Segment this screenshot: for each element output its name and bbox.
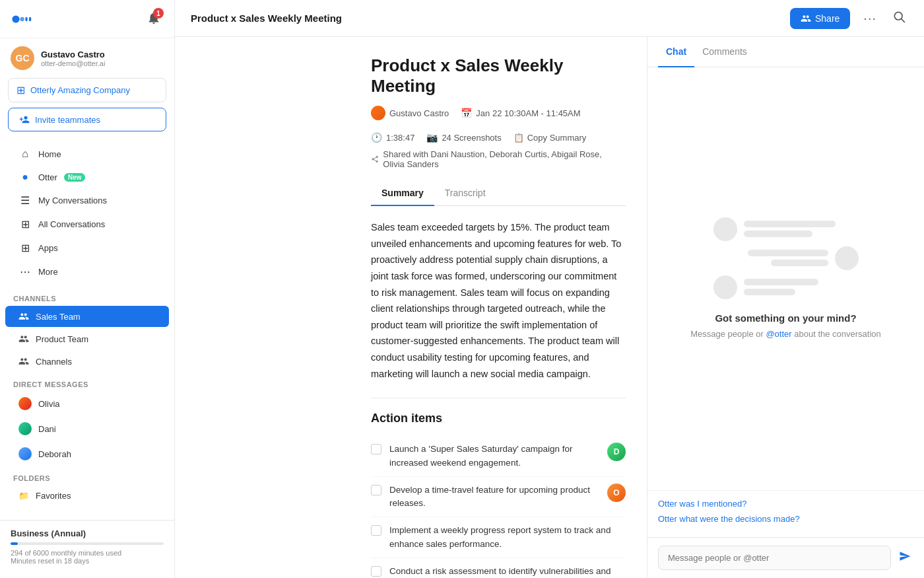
action-text-2: Develop a time-travel feature for upcomi… — [389, 484, 599, 511]
folder-label: Favorites — [36, 491, 71, 501]
ghost-avatar-1 — [713, 217, 737, 241]
sidebar-item-my-conversations[interactable]: ☰ My Conversations — [5, 189, 169, 212]
progress-bar — [11, 542, 164, 545]
tab-transcript[interactable]: Transcript — [434, 181, 496, 206]
sidebar-item-sales-team[interactable]: Sales Team — [5, 306, 169, 327]
channels-icon — [18, 356, 29, 367]
sidebar-item-label: Channels — [36, 357, 72, 367]
suggestion-1[interactable]: Otter was I mentioned? — [658, 499, 913, 509]
copy-icon: 📋 — [513, 133, 524, 143]
dm-label-deborah: Deborah — [38, 449, 71, 459]
action-checkbox-3[interactable] — [371, 525, 381, 536]
home-icon: ⌂ — [18, 148, 32, 160]
nav-label-more: More — [38, 267, 58, 277]
action-checkbox-2[interactable] — [371, 485, 381, 495]
svg-point-3 — [20, 17, 24, 20]
sidebar-item-label: Product Team — [36, 334, 88, 344]
more-options-button[interactable]: ··· — [858, 8, 882, 28]
sidebar-item-dani[interactable]: Dani — [5, 417, 169, 441]
folder-icon: 📁 — [18, 491, 29, 501]
date-meta: 📅 Jan 22 10:30AM - 11:45AM — [461, 108, 580, 118]
apps-icon: ⊞ — [18, 242, 32, 254]
meeting-title: Product x Sales Weekly Meeting — [371, 55, 626, 96]
camera-icon: 📷 — [426, 132, 438, 143]
action-checkbox-4[interactable] — [371, 566, 381, 577]
company-row[interactable]: ⊞ Otterly Amazing Company — [8, 78, 166, 102]
nav-label-apps: Apps — [38, 243, 58, 253]
company-icon: ⊞ — [16, 84, 25, 96]
sidebar-item-deborah[interactable]: Deborah — [5, 442, 169, 466]
sidebar-item-favorites[interactable]: 📁 Favorites — [5, 486, 169, 506]
search-icon — [892, 10, 906, 23]
sidebar-item-product-team[interactable]: Product Team — [5, 328, 169, 349]
invite-teammates-button[interactable]: Invite teammates — [8, 108, 166, 131]
folders-label: FOLDERS — [0, 466, 174, 485]
topbar: Product x Sales Weekly Meeting Share ··· — [175, 0, 924, 37]
dm-label: DIRECT MESSAGES — [0, 373, 174, 391]
ghost-line-1 — [744, 221, 836, 227]
screenshots-meta: 📷 24 Screenshots — [426, 132, 501, 143]
nav-label-otter: Otter — [38, 172, 57, 182]
action-avatar-2: O — [607, 484, 626, 502]
section-divider — [371, 398, 626, 398]
sidebar-item-all-conversations[interactable]: ⊞ All Conversations — [5, 213, 169, 236]
send-button[interactable] — [896, 548, 913, 568]
invite-icon — [19, 114, 30, 125]
action-items-title: Action items — [371, 412, 626, 425]
company-name: Otterly Amazing Company — [30, 85, 130, 95]
search-button[interactable] — [890, 7, 908, 29]
sidebar-item-apps[interactable]: ⊞ Apps — [5, 236, 169, 260]
ghost-line-5 — [744, 279, 818, 285]
otter-mention[interactable]: @otter — [766, 329, 791, 339]
ghost-line-4 — [771, 260, 828, 266]
send-icon — [899, 550, 911, 562]
sidebar-item-channels[interactable]: Channels — [5, 351, 169, 372]
user-name: Gustavo Castro — [41, 50, 105, 59]
dm-avatar-dani — [18, 422, 32, 435]
chat-empty-title: Got something on your mind? — [715, 312, 856, 324]
sidebar-item-otter[interactable]: ● Otter New — [5, 166, 169, 188]
action-item: Conduct a risk assessment to identify vu… — [371, 558, 626, 578]
duration-meta: 🕐 1:38:47 — [371, 132, 414, 143]
notification-button[interactable]: 1 — [144, 8, 164, 30]
suggestion-2[interactable]: Otter what were the decisions made? — [658, 514, 913, 524]
calendar-icon: 📅 — [461, 108, 472, 118]
dm-label-olivia: Olivia — [38, 399, 60, 409]
logo — [11, 9, 42, 30]
right-panel: Chat Comments — [647, 37, 924, 578]
dm-avatar-olivia — [18, 397, 32, 410]
sidebar-item-home[interactable]: ⌂ Home — [5, 143, 169, 165]
action-avatar-1: D — [607, 443, 626, 461]
dm-avatar-deborah — [18, 447, 32, 460]
progress-bar-fill — [11, 542, 18, 545]
plan-label: Business (Annual) — [11, 528, 164, 538]
sidebar-item-more[interactable]: ⋯ More — [5, 260, 169, 283]
ghost-line-3 — [748, 250, 828, 256]
nav-label-all-conversations: All Conversations — [38, 219, 105, 229]
copy-summary-button[interactable]: 📋 Copy Summary — [513, 133, 587, 143]
user-section: GC Gustavo Castro otter-demo@otter.ai — [0, 38, 174, 78]
otter-logo — [11, 9, 42, 30]
tab-comments[interactable]: Comments — [694, 37, 755, 67]
otter-icon: ● — [18, 171, 32, 183]
sidebar-item-olivia[interactable]: Olivia — [5, 392, 169, 415]
tab-summary[interactable]: Summary — [371, 181, 434, 206]
svg-rect-5 — [29, 17, 31, 20]
chat-input-area — [647, 537, 924, 578]
action-checkbox-1[interactable] — [371, 444, 381, 454]
chat-input[interactable] — [658, 546, 891, 570]
nav-label-home: Home — [38, 149, 61, 159]
chat-tabs: Chat Comments — [647, 37, 924, 67]
sidebar-header: 1 — [0, 0, 174, 38]
user-email: otter-demo@otter.ai — [41, 59, 105, 67]
content-area: Product x Sales Weekly Meeting Gustavo C… — [350, 37, 647, 578]
action-text-4: Conduct a risk assessment to identify vu… — [389, 565, 626, 578]
action-item: Develop a time-travel feature for upcomi… — [371, 477, 626, 518]
tab-chat[interactable]: Chat — [658, 37, 694, 67]
my-conversations-icon: ☰ — [18, 194, 32, 207]
share-small-icon — [371, 155, 379, 164]
share-button[interactable]: Share — [790, 8, 850, 29]
plan-reset: Minutes reset in 18 days — [11, 557, 164, 565]
plan-detail: 294 of 6000 monthly minutes used — [11, 549, 164, 557]
action-text-3: Implement a weekly progress report syste… — [389, 524, 626, 551]
